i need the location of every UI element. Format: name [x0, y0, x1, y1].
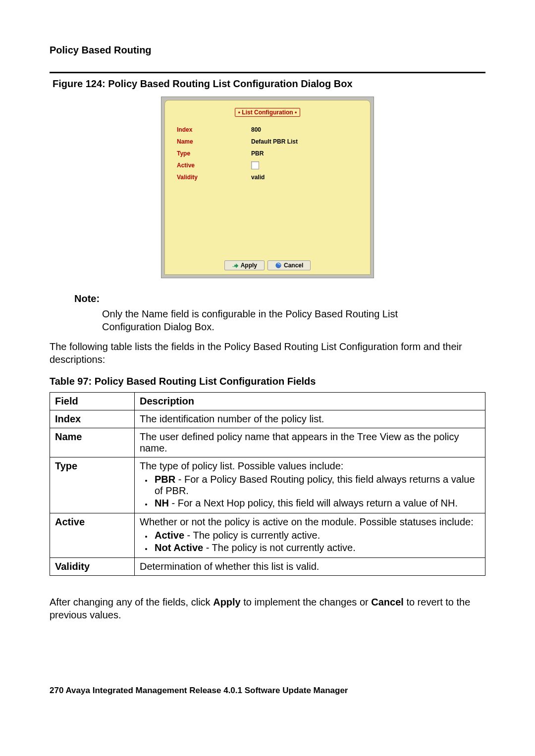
- closing-cancel: Cancel: [371, 597, 404, 607]
- active-b2-strong: Not Active: [155, 542, 203, 553]
- type-b2-rest: - For a Next Hop policy, this field will…: [169, 498, 458, 508]
- note-block: Note: Only the Name field is configurabl…: [74, 293, 485, 333]
- type-bullets: PBR - For a Policy Based Routing policy,…: [153, 474, 480, 509]
- td-description: The type of policy list. Possible values…: [135, 457, 485, 513]
- dialog-header: • List Configuration •: [173, 107, 362, 117]
- active-b1-rest: - The policy is currently active.: [184, 530, 320, 541]
- note-body: Only the Name field is configurable in t…: [102, 307, 439, 333]
- apply-arrow-icon: [232, 262, 239, 268]
- td-field: Name: [50, 428, 135, 457]
- dialog-inner: • List Configuration • Index 800 Name De…: [164, 100, 371, 275]
- th-description: Description: [135, 393, 485, 410]
- section-title: Policy Based Routing: [50, 45, 485, 56]
- td-description: Determination of whether this list is va…: [135, 558, 485, 576]
- td-description: The user defined policy name that appear…: [135, 428, 485, 457]
- footer-page-number: 270: [50, 686, 63, 695]
- note-title: Note:: [74, 293, 485, 304]
- dialog-button-bar: Apply Cancel: [173, 257, 362, 271]
- list-item: Not Active - The policy is not currently…: [153, 542, 480, 554]
- form-value-index: 800: [251, 126, 261, 133]
- type-b1-rest: - For a Policy Based Routing policy, thi…: [155, 474, 475, 496]
- table-caption: Table 97: Policy Based Routing List Conf…: [50, 376, 485, 387]
- list-configuration-dialog: • List Configuration • Index 800 Name De…: [161, 97, 374, 278]
- table-row: Active Whether or not the policy is acti…: [50, 513, 485, 558]
- list-item: PBR - For a Policy Based Routing policy,…: [153, 474, 480, 497]
- active-bullets: Active - The policy is currently active.…: [153, 530, 480, 554]
- form-row-index: Index 800: [177, 124, 358, 136]
- table-header-row: Field Description: [50, 393, 485, 410]
- table-row: Validity Determination of whether this l…: [50, 558, 485, 576]
- form-spacer: [177, 183, 358, 257]
- table-row: Name The user defined policy name that a…: [50, 428, 485, 457]
- active-b2-rest: - The policy is not currently active.: [203, 542, 356, 553]
- td-field: Index: [50, 410, 135, 428]
- active-intro: Whether or not the policy is active on t…: [140, 516, 474, 527]
- td-field: Validity: [50, 558, 135, 576]
- active-checkbox[interactable]: [251, 161, 259, 169]
- type-intro: The type of policy list. Possible values…: [140, 460, 343, 471]
- table-row: Index The identification number of the p…: [50, 410, 485, 428]
- form-row-name: Name Default PBR List: [177, 136, 358, 148]
- closing-pre: After changing any of the fields, click: [50, 597, 213, 607]
- form-value-type: PBR: [251, 150, 264, 157]
- closing-text: After changing any of the fields, click …: [50, 596, 485, 621]
- td-field: Active: [50, 513, 135, 558]
- td-field: Type: [50, 457, 135, 513]
- form-label-type: Type: [177, 150, 251, 157]
- form-label-index: Index: [177, 126, 251, 133]
- dialog-title: • List Configuration •: [235, 108, 300, 117]
- form-row-validity: Validity valid: [177, 171, 358, 183]
- intro-text: The following table lists the fields in …: [50, 340, 485, 366]
- page-footer: 270 Avaya Integrated Management Release …: [50, 686, 485, 696]
- apply-button[interactable]: Apply: [224, 260, 265, 270]
- th-field: Field: [50, 393, 135, 410]
- cancel-button[interactable]: Cancel: [268, 260, 311, 270]
- apply-button-label: Apply: [241, 262, 257, 269]
- type-b1-strong: PBR: [155, 474, 175, 485]
- form-row-active: Active: [177, 159, 358, 171]
- form-row-type: Type PBR: [177, 148, 358, 159]
- footer-title: Avaya Integrated Management Release 4.0.…: [65, 686, 348, 695]
- td-description: The identification number of the policy …: [135, 410, 485, 428]
- td-description: Whether or not the policy is active on t…: [135, 513, 485, 558]
- cancel-icon: [275, 262, 282, 269]
- form-label-validity: Validity: [177, 174, 251, 181]
- horizontal-rule: [50, 72, 485, 73]
- cancel-button-label: Cancel: [284, 262, 303, 269]
- figure-caption: Figure 124: Policy Based Routing List Co…: [53, 78, 485, 90]
- active-b1-strong: Active: [155, 530, 184, 541]
- closing-mid: to implement the changes or: [241, 597, 371, 607]
- list-item: NH - For a Next Hop policy, this field w…: [153, 498, 480, 509]
- form-label-active: Active: [177, 162, 251, 169]
- form-area: Index 800 Name Default PBR List Type PBR…: [177, 124, 358, 257]
- form-label-name: Name: [177, 138, 251, 145]
- fields-table: Field Description Index The identificati…: [50, 392, 485, 576]
- form-value-name: Default PBR List: [251, 138, 298, 145]
- type-b2-strong: NH: [155, 498, 169, 508]
- dialog-wrap: • List Configuration • Index 800 Name De…: [50, 97, 485, 278]
- table-row: Type The type of policy list. Possible v…: [50, 457, 485, 513]
- list-item: Active - The policy is currently active.: [153, 530, 480, 541]
- form-value-validity: valid: [251, 174, 265, 181]
- closing-apply: Apply: [213, 597, 241, 607]
